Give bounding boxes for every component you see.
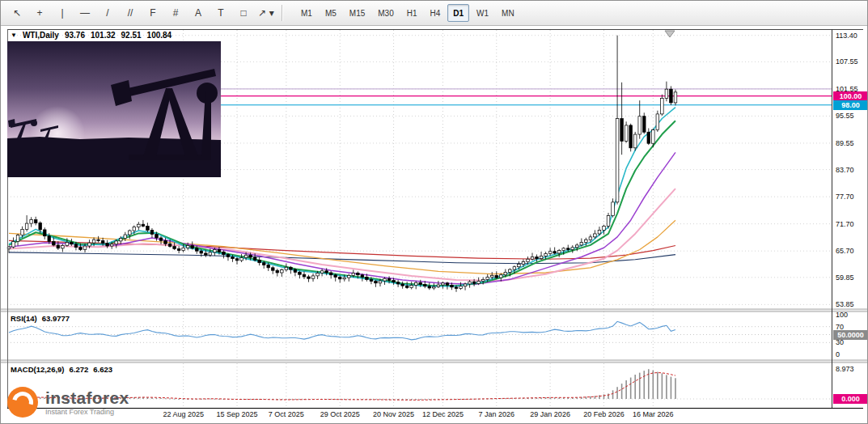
candle-body <box>464 284 467 286</box>
candle-body <box>379 281 382 283</box>
candle-body <box>209 252 212 255</box>
timeframe-m30-button[interactable]: M30 <box>372 4 399 22</box>
macd-histogram-bar <box>210 399 211 400</box>
timeframe-mn-button[interactable]: MN <box>496 4 520 22</box>
candle-body <box>419 282 422 284</box>
date-tick: 12 Dec 2025 <box>414 410 471 418</box>
candle-body <box>106 244 109 246</box>
candle-body <box>612 202 615 216</box>
macd-histogram-bar <box>657 372 658 399</box>
macd-histogram-bar <box>666 375 667 399</box>
date-tick: 7 Oct 2025 <box>258 410 315 418</box>
candle-body <box>620 118 624 141</box>
candle-body <box>392 280 396 282</box>
timeframe-d1-button[interactable]: D1 <box>447 4 469 22</box>
tool-horizontal-line-icon[interactable]: — <box>74 3 95 23</box>
candle-body <box>500 275 503 278</box>
macd-histogram-bar <box>608 393 609 399</box>
macd-histogram-bar <box>643 371 645 399</box>
symbol-dropdown-icon[interactable]: ▼ <box>11 32 17 39</box>
rsi-tick: 100 <box>836 311 868 319</box>
rsi-tick: 0 <box>836 350 868 358</box>
tool-vertical-line-icon[interactable]: | <box>52 3 73 23</box>
macd-tick: 8.973 <box>836 365 868 373</box>
candle-body <box>433 286 436 288</box>
macd-histogram-bar <box>590 396 591 399</box>
candle-body <box>665 89 668 98</box>
candle-body <box>124 235 127 238</box>
candle-body <box>267 265 270 267</box>
candle-body <box>455 287 458 289</box>
candle-body <box>580 243 583 245</box>
candle-body <box>16 235 19 242</box>
candle-body <box>164 240 167 244</box>
rsi-name: RSI(14) <box>11 314 37 323</box>
candle-body <box>258 260 261 262</box>
timeframe-m1-button[interactable]: M1 <box>295 4 318 22</box>
macd-histogram-bar <box>621 384 623 399</box>
date-tick: 16 Mar 2026 <box>625 410 681 418</box>
candle-body <box>495 275 498 278</box>
tool-crosshair-icon[interactable]: + <box>29 3 50 23</box>
candle-body <box>271 268 274 270</box>
date-tick: 15 Sep 2025 <box>209 410 265 418</box>
candle-body <box>423 285 426 286</box>
symbol-bar[interactable]: ▼ WTI,Daily 93.76 101.32 92.51 100.84 <box>11 31 171 40</box>
candle-body <box>276 270 279 273</box>
tool-trendline-icon[interactable]: / <box>97 3 118 23</box>
ohlc-open: 93.76 <box>65 31 85 40</box>
brand-name: instaforex <box>45 389 129 406</box>
candle-body <box>182 248 185 250</box>
tool-shapes-icon[interactable]: □ <box>233 3 254 23</box>
candle-body <box>633 134 637 148</box>
tool-arrows-icon[interactable]: ↗ ▾ <box>256 3 277 23</box>
candle-body <box>352 273 355 276</box>
tool-text-icon[interactable]: A <box>188 3 209 23</box>
candle-body <box>79 248 83 250</box>
candle-body <box>12 241 15 247</box>
tool-equidistant-channel-icon[interactable]: // <box>120 3 141 23</box>
candle-body <box>83 246 87 249</box>
candle-body <box>477 282 481 284</box>
timeframe-m15-button[interactable]: M15 <box>344 4 370 22</box>
candle-body <box>490 275 493 277</box>
timeframe-m5-button[interactable]: M5 <box>320 4 342 22</box>
timeframe-h1-button[interactable]: H1 <box>401 4 423 22</box>
candle-body <box>195 248 198 251</box>
candle-body <box>396 282 400 284</box>
timeframe-h4-button[interactable]: H4 <box>425 4 447 22</box>
candle-body <box>115 241 118 244</box>
ma-pink-line <box>9 189 675 281</box>
candle-body <box>214 249 217 252</box>
candle-body <box>446 283 449 286</box>
macd-main-value: 6.272 <box>70 365 89 374</box>
chart-shift-marker-icon <box>665 31 675 37</box>
tool-label-icon[interactable]: T <box>210 3 231 23</box>
candle-body <box>48 236 51 242</box>
date-tick: 29 Jan 2026 <box>522 410 578 418</box>
candle-body <box>540 256 543 258</box>
tool-grid-icon[interactable]: # <box>165 3 186 23</box>
candle-body <box>92 240 95 243</box>
macd-histogram-bar <box>420 399 421 400</box>
candle-body <box>553 252 557 253</box>
candle-body <box>25 223 28 229</box>
macd-histogram-bar <box>603 394 605 399</box>
tool-fibonacci-icon[interactable]: F <box>142 3 163 23</box>
candle-body <box>311 276 315 278</box>
candle-body <box>74 244 78 248</box>
candle-body <box>366 278 369 280</box>
candle-body <box>320 271 324 273</box>
candle-body <box>222 252 226 254</box>
macd-histogram-bar <box>254 399 256 400</box>
macd-histogram-bar <box>169 398 171 399</box>
tool-pointer-icon[interactable]: ↖ <box>6 3 28 23</box>
candle-body <box>383 278 387 281</box>
candle-body <box>338 278 341 279</box>
timeframe-w1-button[interactable]: W1 <box>471 4 494 22</box>
ohlc-low: 92.51 <box>121 31 142 40</box>
candle-body <box>133 227 136 231</box>
candle-body <box>629 125 633 148</box>
macd-zero-badge: 0.000 <box>833 394 868 404</box>
candle-body <box>227 255 230 257</box>
